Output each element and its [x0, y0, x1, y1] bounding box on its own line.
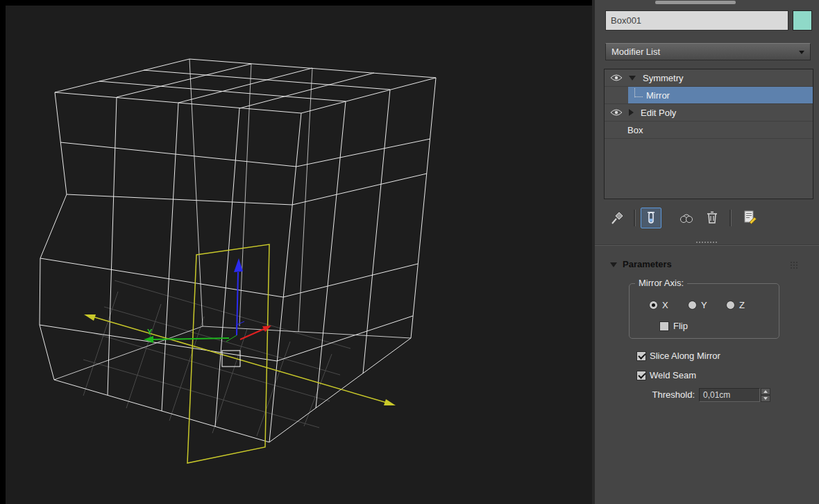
mirror-axis-arrow-right-icon: [384, 399, 396, 405]
modifier-stack-list: Symmetry Mirror Edit Poly Box: [604, 69, 813, 199]
rollout-expand-arrow-icon[interactable]: [610, 262, 617, 267]
collapsed-arrow-icon[interactable]: [629, 109, 634, 116]
trash-icon: [704, 209, 720, 226]
radio-label: X: [662, 300, 668, 310]
modifier-list-label: Modifier List: [611, 47, 660, 57]
stack-item-label: Mirror: [646, 90, 670, 101]
radio-icon[interactable]: [649, 301, 658, 310]
spinner-up-button[interactable]: [761, 388, 770, 395]
gizmo-y-axis-label: Y: [147, 328, 153, 336]
stack-item-symmetry[interactable]: Symmetry: [605, 69, 813, 87]
app-window: Y Modifier List Symmetry: [0, 0, 819, 504]
viewport-border-top: [0, 0, 594, 6]
mirror-axis-group-title: Mirror Axis:: [635, 278, 687, 288]
expand-arrow-icon[interactable]: [629, 76, 636, 81]
make-unique-icon: [679, 210, 694, 226]
parameters-rollout-title[interactable]: Parameters: [623, 259, 672, 269]
radio-label: Z: [739, 300, 745, 310]
toolbar-separator: [729, 210, 731, 226]
eye-column: [605, 87, 628, 103]
viewport-border-left: [0, 0, 6, 504]
selected-stack-item[interactable]: Mirror: [628, 87, 813, 103]
modifier-list-dropdown[interactable]: Modifier List: [605, 43, 811, 60]
pin-stack-button[interactable]: [609, 210, 625, 226]
visibility-eye-icon[interactable]: [610, 108, 623, 117]
viewport-canvas[interactable]: Y: [0, 0, 594, 504]
gizmo-z-arrow-icon: [234, 258, 243, 272]
panel-scrollbar[interactable]: [655, 1, 736, 4]
radio-icon[interactable]: [688, 301, 697, 310]
show-end-result-button[interactable]: [641, 208, 661, 228]
visibility-eye-icon[interactable]: [610, 74, 623, 82]
checkbox-label: Weld Seam: [650, 370, 696, 380]
mirror-axis-y-radio[interactable]: Y: [688, 300, 707, 310]
transform-gizmo[interactable]: Y: [144, 258, 271, 343]
radio-label: Y: [701, 300, 707, 310]
wireframe-model[interactable]: [40, 59, 436, 442]
rollout-drag-grip-icon[interactable]: [791, 262, 792, 263]
threshold-label: Threshold:: [631, 389, 695, 400]
gizmo-x-arrow-icon: [262, 326, 271, 332]
weld-seam-checkbox[interactable]: Weld Seam: [636, 370, 696, 380]
stack-item-label: Box: [627, 125, 643, 135]
configure-modifier-sets-button[interactable]: [741, 208, 760, 227]
stack-item-box[interactable]: Box: [605, 121, 813, 139]
slice-along-mirror-checkbox[interactable]: Slice Along Mirror: [636, 351, 720, 361]
spinner-down-button[interactable]: [761, 395, 770, 402]
make-unique-button[interactable]: [678, 210, 695, 226]
flip-checkbox[interactable]: Flip: [659, 321, 688, 331]
stack-item-edit-poly[interactable]: Edit Poly: [605, 104, 813, 121]
chevron-down-icon: [799, 51, 804, 54]
stack-item-label: Edit Poly: [641, 108, 676, 118]
mirror-axis-z-radio[interactable]: Z: [726, 300, 745, 310]
threshold-spinner: [761, 388, 770, 402]
stack-item-mirror[interactable]: Mirror: [605, 87, 813, 104]
checkbox-icon[interactable]: [659, 321, 669, 331]
command-panel: Modifier List Symmetry Mirror: [595, 0, 819, 504]
checkbox-icon[interactable]: [636, 351, 646, 361]
configure-modifier-sets-icon: [742, 209, 759, 226]
mirror-axis-arrow-left-icon: [84, 314, 96, 321]
mirror-axis-x-radio[interactable]: X: [649, 300, 668, 310]
stack-item-label: Symmetry: [643, 73, 684, 83]
checkbox-label: Flip: [673, 321, 688, 331]
object-color-swatch[interactable]: [793, 10, 812, 31]
object-name-input[interactable]: [605, 10, 788, 31]
show-end-result-icon: [643, 210, 659, 226]
home-grid: [83, 280, 351, 436]
remove-modifier-button[interactable]: [703, 208, 721, 226]
rollout-divider: [595, 244, 819, 246]
mirror-axis-groupbox: Mirror Axis: X Y Z Flip: [629, 283, 779, 339]
pin-stack-icon: [609, 210, 625, 226]
radio-icon[interactable]: [726, 301, 735, 310]
rollout-resize-grip[interactable]: [696, 242, 717, 244]
checkbox-label: Slice Along Mirror: [650, 351, 720, 361]
checkbox-icon[interactable]: [636, 371, 646, 380]
viewport[interactable]: Y: [0, 0, 594, 504]
tree-elbow-icon: [634, 88, 643, 97]
threshold-input[interactable]: 0,01cm: [699, 388, 760, 402]
toolbar-separator: [634, 210, 635, 226]
